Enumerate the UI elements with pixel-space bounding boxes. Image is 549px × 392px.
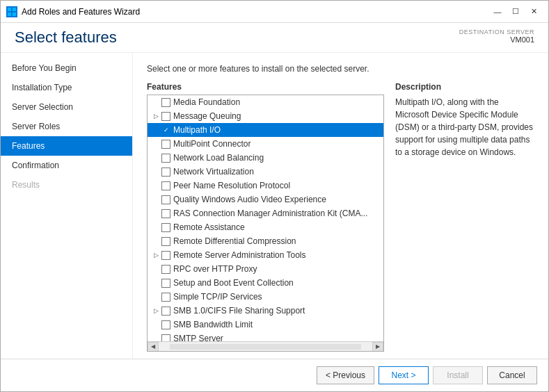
feature-label: Message Queuing	[173, 111, 241, 121]
feature-checkbox[interactable]	[161, 209, 170, 218]
feature-label: SMB 1.0/CIFS File Sharing Support	[173, 306, 305, 316]
feature-checkbox[interactable]	[161, 279, 170, 288]
expander-icon[interactable]: ▷	[150, 305, 161, 316]
expander-icon	[150, 277, 161, 288]
sidebar-item-installation-type[interactable]: Installation Type	[1, 78, 132, 97]
scroll-track	[170, 344, 361, 350]
feature-label: Remote Assistance	[173, 222, 245, 232]
expander-icon	[150, 291, 161, 302]
feature-checkbox[interactable]	[161, 112, 170, 121]
feature-checkbox[interactable]	[161, 307, 170, 316]
sidebar: Before You Begin Installation Type Serve…	[1, 53, 133, 359]
destination-value: VM001	[459, 35, 534, 44]
cancel-button[interactable]: Cancel	[487, 366, 537, 384]
wizard-window: Add Roles and Features Wizard — ☐ ✕ Sele…	[0, 0, 549, 392]
expander-icon	[150, 319, 161, 330]
list-item[interactable]: Simple TCP/IP Services	[148, 290, 383, 304]
expander-icon	[150, 166, 161, 177]
expander-icon	[150, 222, 161, 233]
destination-label: DESTINATION SERVER	[459, 28, 534, 35]
content-area: Before You Begin Installation Type Serve…	[1, 53, 548, 359]
sidebar-item-server-roles[interactable]: Server Roles	[1, 117, 132, 136]
description-header: Description	[395, 82, 534, 92]
sidebar-item-server-selection[interactable]: Server Selection	[1, 97, 132, 117]
list-item[interactable]: Quality Windows Audio Video Experience	[148, 193, 383, 206]
feature-checkbox-multipath[interactable]	[161, 126, 170, 135]
features-layout: Features Media Foundation ▷	[147, 82, 534, 352]
feature-checkbox[interactable]	[161, 98, 170, 107]
title-bar-left: Add Roles and Features Wizard	[6, 6, 140, 17]
list-item[interactable]: Setup and Boot Event Collection	[148, 276, 383, 290]
scroll-left-button[interactable]: ◀	[148, 342, 159, 352]
feature-checkbox[interactable]	[161, 251, 170, 260]
features-list[interactable]: Media Foundation ▷ Message Queuing	[148, 95, 383, 341]
list-item[interactable]: ▷ Message Queuing	[148, 109, 383, 123]
maximize-button[interactable]: ☐	[507, 5, 525, 19]
list-item[interactable]: Remote Assistance	[148, 220, 383, 234]
feature-checkbox[interactable]	[161, 293, 170, 302]
feature-checkbox[interactable]	[161, 334, 170, 342]
list-item[interactable]: RPC over HTTP Proxy	[148, 262, 383, 276]
page-title: Select features	[15, 28, 117, 47]
features-panel: Features Media Foundation ▷	[147, 82, 384, 352]
window-title: Add Roles and Features Wizard	[22, 7, 140, 17]
description-text: Multipath I/O, along with the Microsoft …	[395, 96, 534, 158]
feature-checkbox[interactable]	[161, 195, 170, 204]
title-bar: Add Roles and Features Wizard — ☐ ✕	[1, 1, 548, 23]
list-item[interactable]: RAS Connection Manager Administration Ki…	[148, 206, 383, 220]
sidebar-item-features[interactable]: Features	[1, 136, 132, 156]
svg-rect-3	[13, 13, 16, 16]
list-item[interactable]: Network Virtualization	[148, 165, 383, 179]
feature-checkbox[interactable]	[161, 265, 170, 274]
feature-checkbox[interactable]	[161, 140, 170, 149]
feature-label: Network Virtualization	[173, 167, 254, 177]
main-content: Select one or more features to install o…	[133, 53, 548, 359]
expander-icon	[150, 236, 161, 247]
list-item[interactable]: ▷ SMB 1.0/CIFS File Sharing Support	[148, 304, 383, 318]
list-item[interactable]: Remote Differential Compression	[148, 234, 383, 248]
feature-label: RAS Connection Manager Administration Ki…	[173, 209, 367, 218]
feature-checkbox[interactable]	[161, 223, 170, 232]
next-button[interactable]: Next >	[379, 366, 429, 384]
feature-checkbox[interactable]	[161, 181, 170, 190]
list-item[interactable]: SMB Bandwidth Limit	[148, 318, 383, 332]
previous-button[interactable]: < Previous	[317, 366, 374, 384]
expander-icon	[150, 333, 161, 341]
minimize-button[interactable]: —	[488, 5, 507, 19]
list-item[interactable]: MultiPoint Connector	[148, 137, 383, 151]
header-bar: Select features DESTINATION SERVER VM001	[1, 23, 548, 53]
instruction-text: Select one or more features to install o…	[147, 64, 534, 74]
list-item[interactable]: Network Load Balancing	[148, 151, 383, 165]
feature-label: Simple TCP/IP Services	[173, 292, 262, 302]
sidebar-item-confirmation[interactable]: Confirmation	[1, 156, 132, 175]
feature-label: SMB Bandwidth Limit	[173, 320, 253, 329]
list-item[interactable]: SMTP Server	[148, 332, 383, 341]
feature-checkbox[interactable]	[161, 168, 170, 177]
expander-icon	[150, 152, 161, 163]
feature-label: SMTP Server	[173, 334, 223, 341]
list-item[interactable]: ▷ Remote Server Administration Tools	[148, 248, 383, 262]
sidebar-item-before-you-begin[interactable]: Before You Begin	[1, 58, 132, 78]
feature-checkbox[interactable]	[161, 320, 170, 329]
svg-rect-1	[13, 8, 16, 11]
window-controls: — ☐ ✕	[488, 5, 543, 19]
description-panel: Description Multipath I/O, along with th…	[395, 82, 534, 352]
list-item[interactable]: Peer Name Resolution Protocol	[148, 179, 383, 193]
destination-server: DESTINATION SERVER VM001	[459, 28, 534, 44]
list-item[interactable]: Media Foundation	[148, 95, 383, 109]
feature-label: Setup and Boot Event Collection	[173, 278, 294, 288]
scroll-right-button[interactable]: ▶	[372, 342, 383, 352]
horizontal-scrollbar[interactable]: ◀ ▶	[148, 341, 383, 351]
close-button[interactable]: ✕	[525, 5, 543, 19]
feature-label: Media Foundation	[173, 97, 240, 107]
feature-checkbox[interactable]	[161, 154, 170, 163]
feature-checkbox[interactable]	[161, 237, 170, 246]
expander-icon	[150, 208, 161, 219]
feature-label: RPC over HTTP Proxy	[173, 264, 257, 274]
expander-icon[interactable]: ▷	[150, 250, 161, 261]
feature-label: Remote Differential Compression	[173, 236, 296, 246]
svg-rect-2	[8, 13, 11, 16]
expander-icon[interactable]: ▷	[150, 111, 161, 122]
feature-label: Quality Windows Audio Video Experience	[173, 195, 326, 204]
list-item-multipath-io[interactable]: Multipath I/O	[148, 123, 383, 137]
